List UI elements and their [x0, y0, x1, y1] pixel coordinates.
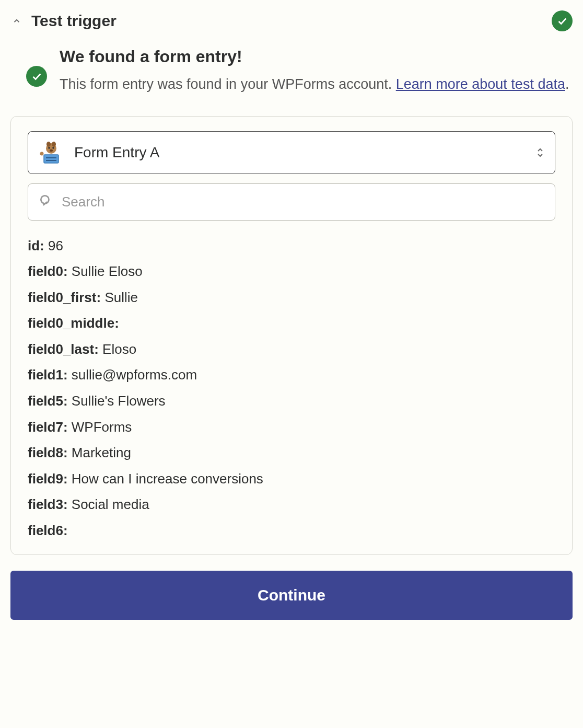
svg-point-7: [52, 147, 54, 149]
field-value: Marketing: [72, 445, 131, 460]
field-key: field0:: [28, 263, 68, 279]
search-input[interactable]: [62, 194, 544, 210]
field-row: field9: How can I increase conversions: [28, 468, 555, 490]
data-panel: Form Entry A id: 96 field0: Sullie Eloso…: [10, 116, 573, 555]
found-desc-post: .: [565, 76, 569, 92]
svg-point-10: [41, 195, 49, 203]
entry-select-label: Form Entry A: [74, 144, 526, 161]
field-row: field3: Social media: [28, 494, 555, 516]
section-title: Test trigger: [31, 12, 116, 30]
field-row: field0_first: Sullie: [28, 287, 555, 309]
svg-point-4: [46, 142, 51, 147]
field-key: field1:: [28, 367, 68, 383]
entry-select[interactable]: Form Entry A: [28, 131, 555, 174]
field-value: Sullie's Flowers: [72, 393, 166, 409]
continue-button[interactable]: Continue: [10, 571, 573, 620]
field-key: field3:: [28, 496, 68, 512]
success-check-icon: [26, 66, 47, 87]
field-value: WPForms: [72, 419, 132, 435]
search-icon: [39, 193, 52, 211]
field-key: field8:: [28, 445, 68, 460]
field-value: 96: [48, 238, 63, 253]
wpforms-icon: [39, 140, 64, 165]
field-row: field0: Sullie Eloso: [28, 261, 555, 283]
learn-more-link[interactable]: Learn more about test data: [396, 76, 565, 92]
field-key: field0_middle:: [28, 315, 119, 331]
field-row: field1: sullie@wpforms.com: [28, 364, 555, 386]
chevron-up-icon[interactable]: [10, 15, 23, 27]
field-row: field7: WPForms: [28, 417, 555, 438]
fields-list: id: 96 field0: Sullie Eloso field0_first…: [28, 235, 555, 542]
status-check-icon: [552, 10, 573, 31]
svg-rect-0: [44, 155, 59, 163]
field-row: id: 96: [28, 235, 555, 257]
field-value: Eloso: [102, 341, 136, 357]
field-value: Social media: [72, 496, 149, 512]
field-value: sullie@wpforms.com: [72, 367, 197, 383]
svg-point-9: [40, 152, 44, 155]
field-value: How can I increase conversions: [72, 471, 263, 487]
field-row: field0_last: Eloso: [28, 339, 555, 361]
field-row: field8: Marketing: [28, 442, 555, 464]
found-heading: We found a form entry!: [60, 47, 573, 66]
found-text: We found a form entry! This form entry w…: [60, 47, 573, 95]
field-key: field0_first:: [28, 290, 101, 305]
search-box[interactable]: [28, 183, 555, 221]
svg-point-5: [52, 142, 56, 147]
svg-point-8: [50, 149, 53, 151]
svg-point-6: [48, 147, 50, 149]
field-row: field6:: [28, 520, 555, 542]
field-key: id:: [28, 238, 44, 253]
field-key: field7:: [28, 419, 68, 435]
field-row: field5: Sullie's Flowers: [28, 390, 555, 412]
select-updown-icon: [536, 147, 544, 158]
field-value: Sullie: [104, 290, 138, 305]
field-row: field0_middle:: [28, 313, 555, 334]
field-key: field5:: [28, 393, 68, 409]
field-key: field0_last:: [28, 341, 99, 357]
found-banner: We found a form entry! This form entry w…: [10, 47, 573, 95]
section-header: Test trigger: [10, 10, 573, 31]
field-value: Sullie Eloso: [72, 263, 143, 279]
found-description: This form entry was found in your WPForm…: [60, 74, 573, 95]
found-desc-pre: This form entry was found in your WPForm…: [60, 76, 396, 92]
field-key: field9:: [28, 471, 68, 487]
field-key: field6:: [28, 523, 68, 538]
header-left: Test trigger: [10, 12, 116, 30]
